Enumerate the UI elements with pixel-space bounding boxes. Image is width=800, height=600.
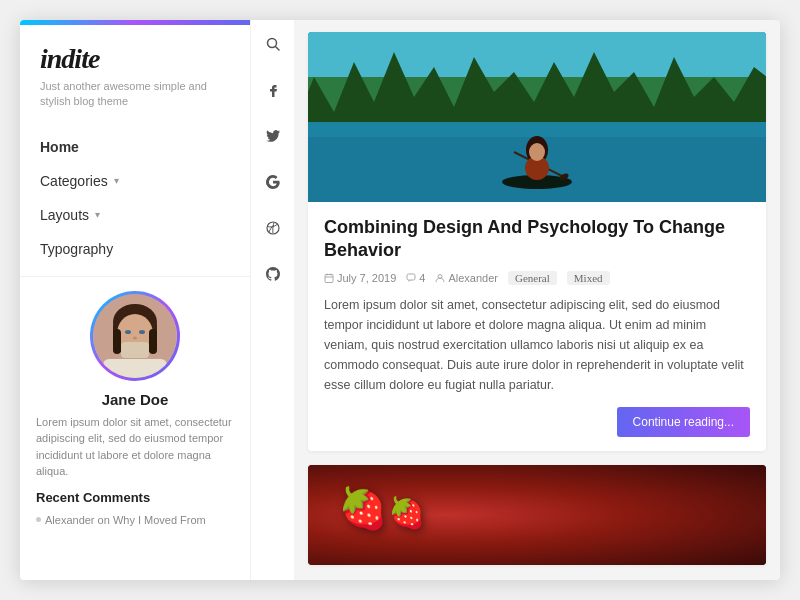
svg-point-25 (529, 143, 545, 161)
nav-item-home[interactable]: Home (20, 130, 250, 164)
svg-rect-26 (325, 274, 333, 282)
strawberry-image (308, 465, 766, 565)
post-card-2 (308, 465, 766, 565)
post-comments: 4 (406, 272, 425, 284)
svg-rect-19 (308, 122, 766, 137)
sidebar: indite Just another awesome simple and s… (20, 20, 250, 580)
comment-bullet (36, 517, 41, 522)
post-hero-image (308, 32, 766, 202)
avatar-image (93, 294, 177, 378)
brand-area: indite Just another awesome simple and s… (20, 25, 250, 116)
svg-rect-8 (103, 359, 167, 378)
brand-tagline: Just another awesome simple and stylish … (40, 79, 230, 110)
post-body: Combining Design And Psychology To Chang… (308, 202, 766, 451)
post-tag-mixed: Mixed (567, 271, 610, 285)
svg-rect-10 (149, 329, 157, 354)
avatar (93, 294, 177, 378)
svg-rect-30 (407, 274, 415, 280)
svg-point-4 (125, 330, 131, 334)
brand-logo: indite (40, 43, 230, 75)
search-icon[interactable] (259, 30, 287, 58)
post-title: Combining Design And Psychology To Chang… (324, 216, 750, 263)
svg-point-5 (139, 330, 145, 334)
chevron-down-icon: ▾ (95, 209, 100, 220)
user-icon (435, 273, 445, 283)
nav-item-typography[interactable]: Typography (20, 232, 250, 266)
post-author: Alexander (435, 272, 498, 284)
post-excerpt: Lorem ipsum dolor sit amet, consectetur … (324, 295, 750, 395)
continue-reading-button[interactable]: Continue reading... (617, 407, 750, 437)
comment-icon (406, 273, 416, 283)
profile-name: Jane Doe (20, 391, 250, 408)
social-icon-strip (250, 20, 294, 580)
post-tag-general: General (508, 271, 557, 285)
recent-comments-heading: Recent Comments (20, 480, 250, 511)
comment-item: Alexander on Why I Moved From (20, 511, 250, 529)
post-meta: July 7, 2019 4 Alexa (324, 271, 750, 285)
svg-point-6 (133, 336, 137, 339)
avatar-container (20, 291, 250, 381)
github-icon[interactable] (259, 260, 287, 288)
svg-rect-9 (113, 329, 121, 354)
post-hero-image-2 (308, 465, 766, 565)
nav-item-categories[interactable]: Categories ▾ (20, 164, 250, 198)
twitter-icon[interactable] (259, 122, 287, 150)
dribbble-icon[interactable] (259, 214, 287, 242)
post-card-1: Combining Design And Psychology To Chang… (308, 32, 766, 451)
avatar-ring (90, 291, 180, 381)
svg-rect-7 (121, 342, 149, 358)
facebook-icon[interactable] (259, 76, 287, 104)
profile-bio: Lorem ipsum dolor sit amet, consectetur … (20, 414, 250, 480)
post-date: July 7, 2019 (324, 272, 396, 284)
calendar-icon (324, 273, 334, 283)
svg-line-12 (275, 47, 279, 51)
nav-item-layouts[interactable]: Layouts ▾ (20, 198, 250, 232)
profile-section: Jane Doe Lorem ipsum dolor sit amet, con… (20, 276, 250, 541)
chevron-down-icon: ▾ (114, 175, 119, 186)
google-icon[interactable] (259, 168, 287, 196)
main-content: Combining Design And Psychology To Chang… (294, 20, 780, 580)
main-nav: Home Categories ▾ Layouts ▾ Typography (20, 130, 250, 266)
